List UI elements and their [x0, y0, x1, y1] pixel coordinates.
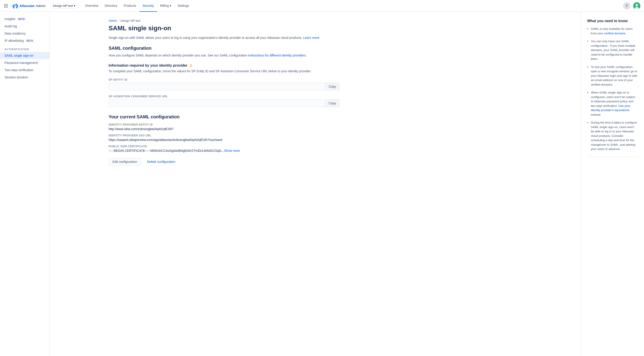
svg-rect-6 — [4, 7, 5, 7]
button-row: Edit configuration Delete configuration — [108, 158, 340, 166]
sp-entity-id-field: Copy — [108, 83, 340, 90]
nav-link-settings[interactable]: Settings — [174, 0, 192, 12]
sp-assertion-label: SP Assertion Consumer Service URL — [108, 95, 340, 98]
sidebar-item-label-two-step: Two-step verification — [4, 68, 34, 72]
breadcrumb-current: Design IdP test — [120, 19, 140, 22]
ip-allowlisting-beta-badge: BETA — [26, 39, 34, 42]
sidebar-item-insights[interactable]: Insights BETA — [0, 15, 50, 22]
right-panel-item-2: You can only have one SAML configuration… — [587, 39, 638, 61]
page-description-2: Single sign-on with SAML allows your use… — [108, 36, 319, 39]
top-nav: Atlassian Admin Design IdP test ▾ Overvi… — [0, 0, 644, 12]
sidebar-item-data-residency[interactable]: Data residency — [0, 30, 50, 37]
sidebar-item-label-insights: Insights — [4, 17, 16, 21]
breadcrumb-separator: / — [118, 19, 119, 22]
insights-beta-badge: BETA — [17, 18, 26, 20]
content-wrapper: Admin / Design IdP test SAML single sign… — [50, 12, 644, 356]
right-panel-divider — [587, 157, 638, 157]
right-panel-item-1: SAML is only available for users from yo… — [587, 27, 638, 35]
identity-provider-entity-id-label: Identity provider Entity ID — [108, 123, 340, 126]
right-panel-title: What you need to know — [587, 19, 638, 23]
nav-link-directory[interactable]: Directory — [102, 0, 120, 12]
app-layout: Insights BETA Audit log Data residency I… — [0, 12, 644, 356]
svg-rect-4 — [6, 5, 6, 6]
page-title: SAML single sign-on — [108, 25, 340, 32]
sp-entity-id-label: SP Entity ID — [108, 78, 340, 81]
public-cert-label: Public x509 certificate — [108, 145, 340, 148]
saml-config-description: How you configure SAML depends on which … — [108, 53, 340, 58]
nav-links: Overview Directory Products Security Bil… — [82, 0, 192, 12]
sidebar-item-audit-log[interactable]: Audit log — [0, 22, 50, 30]
public-cert-text: -----BEGIN CERTIFICATE-----MIIDnDCCAoSgA… — [108, 149, 224, 153]
info-title: Information required by your identity pr… — [108, 63, 340, 68]
sidebar-item-ip-allowlisting[interactable]: IP allowlisting BETA — [0, 37, 50, 44]
nav-link-billing[interactable]: Billing ▾ — [157, 0, 174, 12]
svg-rect-0 — [4, 4, 5, 5]
authentication-section-label: Authentication — [0, 44, 50, 52]
sp-assertion-copy-button[interactable]: Copy — [325, 100, 339, 107]
warning-icon: ⚠ — [189, 63, 192, 68]
saml-config-title: SAML configuration — [108, 46, 340, 51]
sidebar-item-label-audit-log: Audit log — [4, 24, 17, 28]
delete-configuration-button[interactable]: Delete configuration — [144, 158, 179, 166]
public-cert-field: Public x509 certificate -----BEGIN CERTI… — [108, 145, 340, 153]
info-section: Information required by your identity pr… — [108, 63, 340, 107]
public-cert-value: -----BEGIN CERTIFICATE-----MIIDnDCCAoSgA… — [108, 149, 340, 153]
help-button[interactable]: ? — [623, 2, 630, 9]
sidebar-item-label-session: Session duration — [4, 75, 28, 79]
svg-rect-5 — [7, 5, 8, 6]
sidebar-item-label-data-residency: Data residency — [4, 32, 26, 35]
current-config-title: Your current SAML configuration — [108, 114, 340, 120]
svg-rect-1 — [6, 4, 6, 5]
admin-text: Admin — [36, 4, 46, 8]
sidebar-item-password-management[interactable]: Password management — [0, 59, 50, 66]
right-panel-item-5: During the time it takes to configure SA… — [587, 120, 638, 151]
avatar[interactable] — [633, 2, 640, 9]
sidebar-item-label-password: Password management — [4, 61, 38, 65]
atlassian-logo: Atlassian Admin — [12, 3, 46, 9]
nav-link-overview[interactable]: Overview — [82, 0, 101, 12]
right-panel: What you need to know SAML is only avail… — [581, 12, 644, 356]
nav-link-security[interactable]: Security — [140, 0, 157, 12]
svg-rect-8 — [7, 7, 8, 7]
breadcrumb-admin[interactable]: Admin — [108, 19, 117, 22]
svg-rect-7 — [6, 7, 6, 7]
org-selector[interactable]: Design IdP test ▾ — [51, 3, 78, 8]
sp-entity-id-copy-button[interactable]: Copy — [325, 83, 339, 90]
instructions-link[interactable]: instructions for different identity prov… — [248, 53, 306, 57]
svg-point-10 — [636, 4, 638, 6]
identity-provider-entity-id-field: Identity provider Entity ID http://www.o… — [108, 123, 340, 131]
svg-rect-3 — [4, 5, 5, 6]
identity-provider-sso-url-field: Identity provider SSO URL https://saaaml… — [108, 134, 340, 142]
right-panel-item-4: When SAML single sign-on is configured, … — [587, 90, 638, 117]
logo-text: Atlassian — [20, 4, 34, 8]
learn-more-link-2[interactable]: Learn more — [303, 36, 320, 39]
sp-assertion-input[interactable] — [109, 100, 325, 107]
main-content: Admin / Design IdP test SAML single sign… — [100, 12, 348, 356]
grid-icon[interactable] — [4, 3, 8, 8]
breadcrumb: Admin / Design IdP test — [108, 19, 340, 22]
sidebar: Insights BETA Audit log Data residency I… — [0, 12, 50, 356]
right-panel-item-3: To test your SAML configuration, open a … — [587, 65, 638, 87]
svg-rect-2 — [7, 4, 8, 5]
verified-domains-link[interactable]: verified domains. — [604, 32, 626, 35]
show-more-link[interactable]: Show more — [224, 149, 240, 153]
sidebar-item-session-duration[interactable]: Session duration — [0, 74, 50, 81]
sidebar-item-label-saml: SAML single sign-on — [4, 54, 34, 57]
identity-provider-equivalents-link[interactable]: Use your identity provider's equivalents — [591, 104, 630, 112]
sp-assertion-field: Copy — [108, 99, 340, 107]
nav-right: ? — [623, 2, 640, 9]
identity-provider-sso-url-value: https://saaaml.oktapreview.com/app/atlas… — [108, 138, 340, 142]
sidebar-item-two-step[interactable]: Two-step verification — [0, 66, 50, 74]
info-title-text: Information required by your identity pr… — [108, 63, 187, 68]
current-config-section: Your current SAML configuration Identity… — [108, 114, 340, 166]
org-selector-label: Design IdP test — [53, 4, 73, 7]
identity-provider-entity-id-value: http://www.okta.com/exkrwngbw0ApN2qfC0h7 — [108, 127, 340, 131]
identity-provider-sso-url-label: Identity provider SSO URL — [108, 134, 340, 137]
sidebar-item-saml[interactable]: SAML single sign-on — [0, 52, 50, 59]
edit-configuration-button[interactable]: Edit configuration — [108, 158, 141, 166]
right-panel-list: SAML is only available for users from yo… — [587, 27, 638, 151]
nav-link-products[interactable]: Products — [120, 0, 140, 12]
info-desc: To complete your SAML configuration, mov… — [108, 69, 340, 74]
sp-entity-id-input[interactable] — [109, 83, 325, 90]
sidebar-item-label-ip-allowlisting: IP allowlisting — [4, 39, 24, 42]
